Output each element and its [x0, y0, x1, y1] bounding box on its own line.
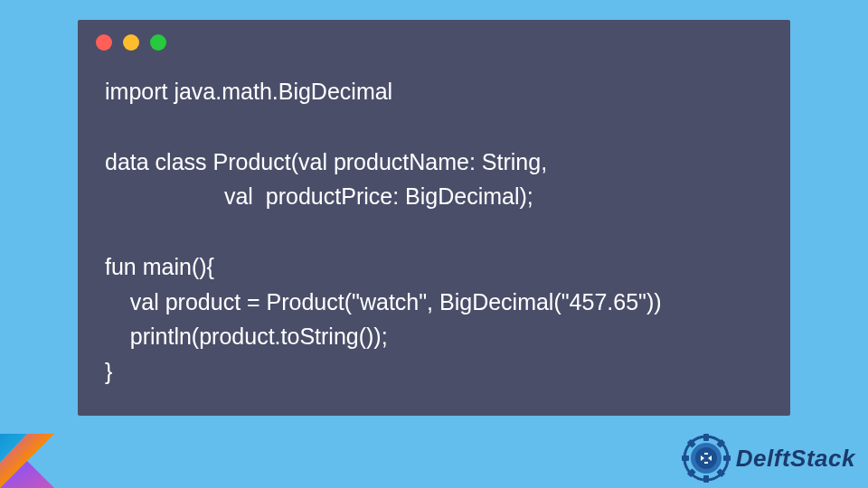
svg-point-13	[695, 447, 717, 469]
brand-gear-icon	[682, 434, 731, 483]
brand: DelftStack	[682, 434, 855, 483]
svg-rect-6	[682, 455, 689, 461]
svg-rect-5	[703, 475, 709, 483]
close-icon	[96, 34, 112, 51]
code-window: import java.math.BigDecimal data class P…	[78, 20, 790, 416]
brand-name: DelftStack	[736, 445, 855, 473]
svg-rect-7	[723, 455, 731, 461]
code-block: import java.math.BigDecimal data class P…	[105, 74, 763, 389]
svg-rect-15	[704, 462, 708, 464]
kotlin-logo-icon	[0, 434, 54, 488]
zoom-icon	[150, 34, 166, 51]
svg-rect-4	[703, 434, 709, 441]
minimize-icon	[123, 34, 139, 51]
window-controls	[96, 34, 166, 51]
svg-rect-14	[704, 453, 708, 455]
